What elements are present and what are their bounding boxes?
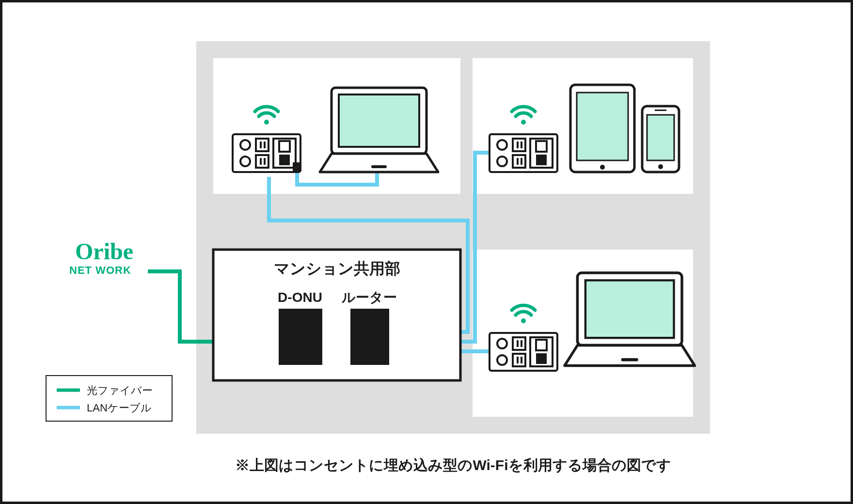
svg-rect-22 [647,115,674,160]
laptop-icon [320,88,438,172]
legend-box: 光ファイバー LANケーブル [46,376,172,421]
diagram-frame: マンション共用部 D-ONU ルーター [0,0,853,504]
svg-rect-24 [655,110,666,111]
svg-rect-17 [293,162,301,171]
laptop-icon [565,273,695,365]
legend-lan-label: LANケーブル [87,402,152,414]
donu-box [279,309,322,365]
tablet-icon [570,85,634,172]
wall-outlet-icon [233,134,300,172]
wall-outlet-icon [490,333,557,371]
svg-point-20 [600,165,605,170]
legend-fiber-label: 光ファイバー [87,384,153,396]
logo-sub: NET WORK [69,264,131,276]
oribe-logo: Oribe NET WORK [69,238,133,276]
svg-rect-25 [46,376,172,421]
logo-brand: Oribe [75,238,133,264]
svg-point-23 [658,164,663,169]
wall-outlet-icon [490,134,557,172]
smartphone-icon [642,106,679,172]
shared-title: マンション共用部 [274,260,400,277]
donu-label: D-ONU [278,290,322,305]
router-box [350,309,389,365]
router-label: ルーター [341,290,397,305]
footnote-text: ※上図はコンセントに埋め込み型のWi-Fiを利用する場合の図です [235,457,671,473]
shared-section: マンション共用部 D-ONU ルーター [213,250,460,380]
svg-rect-19 [577,93,628,160]
